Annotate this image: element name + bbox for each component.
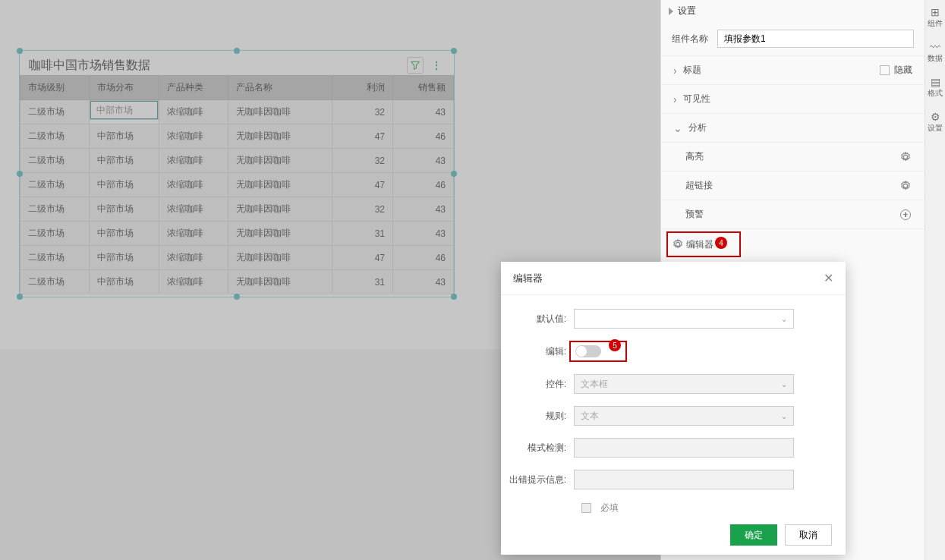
pattern-label: 模式检测: — [509, 442, 574, 455]
strip-format[interactable]: ▤格式 — [925, 70, 945, 105]
side-strip: ⊞组件 〰数据 ▤格式 ⚙设置 — [925, 0, 945, 560]
accordion-label: 标题 — [683, 64, 701, 77]
gear-icon — [673, 239, 683, 250]
edit-toggle-highlight: 5 — [569, 341, 627, 362]
required-label: 必填 — [600, 502, 619, 514]
edit-label: 编辑: — [509, 345, 574, 358]
rule-select: 文本⌄ — [574, 406, 794, 426]
accordion-label: 可见性 — [683, 93, 710, 105]
plus-icon[interactable] — [900, 209, 911, 220]
default-label: 默认值: — [509, 313, 574, 326]
dialog-title: 编辑器 — [513, 272, 824, 285]
sub-editor[interactable]: 编辑器 — [666, 231, 741, 257]
sub-label: 编辑器 — [686, 238, 713, 251]
strip-settings[interactable]: ⚙设置 — [925, 105, 945, 140]
sub-alert[interactable]: 预警 — [661, 200, 925, 229]
close-icon[interactable]: ✕ — [824, 271, 833, 285]
compname-label: 组件名称 — [672, 33, 717, 46]
accordion-visibility[interactable]: 可见性 — [661, 85, 925, 114]
default-select[interactable]: ⌄ — [574, 309, 794, 329]
strip-data[interactable]: 〰数据 — [925, 35, 945, 70]
ok-button[interactable]: 确定 — [730, 524, 777, 546]
sub-label: 超链接 — [685, 179, 713, 192]
sub-highlight[interactable]: 高亮 — [661, 143, 925, 171]
control-select: 文本框⌄ — [574, 374, 794, 394]
accordion-analysis[interactable]: 分析 — [661, 114, 925, 143]
step-badge-4: 4 — [715, 237, 727, 249]
pattern-input — [574, 438, 794, 458]
editor-dialog: 编辑器 ✕ 默认值: ⌄ 编辑: 5 控件: 文本框⌄ 规则: 文本⌄ 模式检测… — [501, 262, 846, 555]
accordion-title[interactable]: 标题 隐藏 — [661, 56, 925, 85]
sub-hyperlink[interactable]: 超链接 — [661, 171, 925, 200]
chevron-down-icon: ⌄ — [781, 412, 787, 420]
edit-toggle[interactable] — [575, 345, 601, 357]
gear-icon[interactable] — [900, 152, 911, 162]
accordion-label: 分析 — [688, 121, 707, 134]
compname-input[interactable] — [717, 30, 914, 48]
hide-label: 隐藏 — [894, 64, 912, 77]
required-checkbox — [581, 503, 591, 513]
gear-icon: ⚙ — [925, 111, 945, 123]
gear-icon[interactable] — [900, 181, 911, 191]
grid-icon: ⊞ — [925, 6, 945, 18]
sub-label: 预警 — [685, 208, 704, 221]
strip-component[interactable]: ⊞组件 — [925, 0, 945, 35]
control-label: 控件: — [509, 378, 574, 391]
layout-icon: ▤ — [925, 76, 945, 88]
rule-label: 规则: — [509, 410, 574, 423]
chevron-down-icon: ⌄ — [781, 380, 787, 389]
wave-icon: 〰 — [925, 41, 945, 53]
panel-header[interactable]: 设置 — [661, 0, 925, 22]
error-input — [574, 470, 794, 489]
error-label: 出错提示信息: — [509, 473, 574, 486]
sub-label: 高亮 — [685, 150, 704, 163]
step-badge-5: 5 — [609, 339, 621, 351]
hide-checkbox[interactable] — [880, 65, 890, 75]
cancel-button[interactable]: 取消 — [785, 524, 832, 546]
chevron-down-icon: ⌄ — [781, 315, 787, 323]
